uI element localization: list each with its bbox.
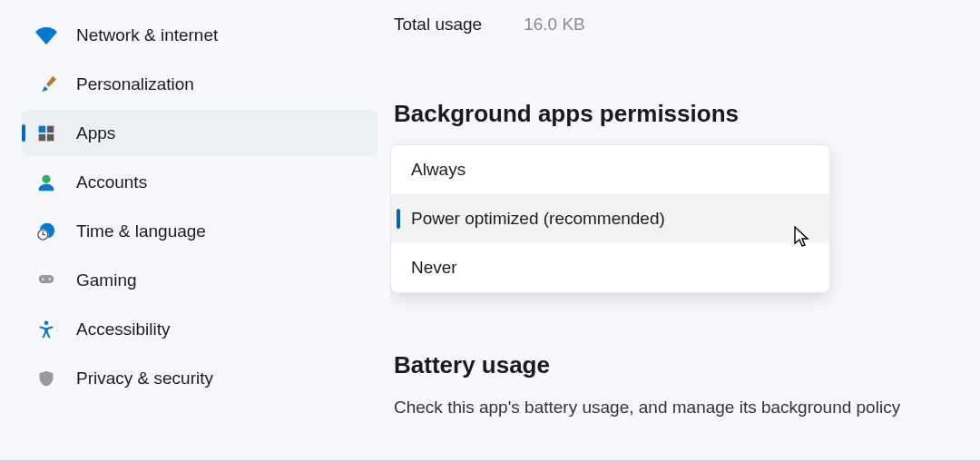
paintbrush-icon — [34, 73, 58, 96]
sidebar-item-privacy-security[interactable]: Privacy & security — [22, 355, 377, 401]
wifi-icon — [34, 24, 58, 47]
sidebar-item-accounts[interactable]: Accounts — [22, 159, 377, 205]
svg-rect-0 — [39, 125, 46, 133]
total-usage-value: 16.0 KB — [524, 15, 585, 34]
shield-icon — [34, 367, 58, 390]
sidebar-item-network[interactable]: Network & internet — [22, 12, 377, 58]
svg-rect-2 — [39, 133, 46, 141]
sidebar-item-label: Accessibility — [76, 319, 170, 339]
sidebar-item-label: Gaming — [76, 270, 137, 290]
svg-rect-3 — [47, 133, 54, 141]
sidebar-item-time-language[interactable]: Time & language — [22, 208, 377, 254]
dropdown-option-never[interactable]: Never — [391, 243, 829, 292]
sidebar-item-gaming[interactable]: Gaming — [22, 257, 377, 303]
dropdown-option-power-optimized[interactable]: Power optimized (recommended) — [391, 194, 829, 243]
svg-point-10 — [49, 278, 51, 280]
main-content: Total usage 16.0 KB Background apps perm… — [390, 0, 980, 462]
globe-clock-icon — [34, 220, 58, 243]
sidebar-item-personalization[interactable]: Personalization — [22, 61, 377, 107]
svg-rect-1 — [47, 125, 54, 133]
battery-usage-description: Check this app's battery usage, and mana… — [390, 396, 935, 420]
svg-point-4 — [42, 174, 50, 182]
apps-icon — [34, 122, 58, 145]
total-usage-label: Total usage — [394, 15, 482, 34]
accessibility-icon — [34, 318, 58, 341]
sidebar-item-label: Apps — [76, 123, 115, 143]
settings-sidebar: Network & internet Personalization Apps … — [0, 0, 390, 462]
total-usage-row: Total usage 16.0 KB — [390, 15, 980, 34]
background-permissions-dropdown[interactable]: Always Power optimized (recommended) Nev… — [390, 144, 830, 293]
svg-rect-8 — [39, 275, 54, 283]
dropdown-option-always[interactable]: Always — [391, 145, 829, 194]
background-apps-title: Background apps permissions — [390, 100, 980, 128]
svg-point-9 — [42, 278, 44, 280]
dropdown-option-label: Power optimized (recommended) — [411, 209, 665, 229]
svg-point-11 — [44, 320, 49, 325]
sidebar-item-label: Privacy & security — [76, 369, 213, 388]
dropdown-option-label: Never — [411, 258, 457, 278]
battery-usage-title: Battery usage — [390, 351, 980, 379]
gamepad-icon — [34, 269, 58, 292]
sidebar-item-accessibility[interactable]: Accessibility — [22, 306, 377, 352]
person-icon — [34, 171, 58, 194]
sidebar-item-label: Time & language — [76, 221, 206, 241]
sidebar-item-label: Accounts — [76, 172, 147, 192]
sidebar-item-label: Network & internet — [76, 25, 218, 45]
sidebar-item-apps[interactable]: Apps — [22, 110, 377, 156]
sidebar-item-label: Personalization — [76, 74, 194, 94]
dropdown-option-label: Always — [411, 160, 466, 180]
